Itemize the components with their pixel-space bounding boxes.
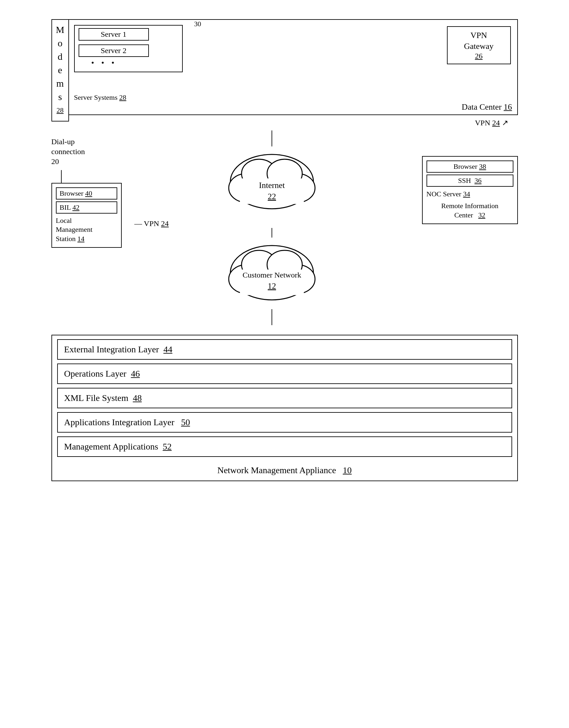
external-integration-layer: External Integration Layer 44 (57, 339, 512, 360)
right-panel: Browser 38 SSH 36 NOC Server 34 Remote I… (422, 156, 518, 224)
xml-filesystem-layer: XML File System 48 (57, 388, 512, 408)
server2-box: Server 2 (79, 44, 149, 57)
nma-section: External Integration Layer 44 Operations… (51, 335, 518, 481)
server1-box: Server 1 (79, 28, 149, 41)
ssh36-box: SSH 36 (426, 175, 513, 187)
customer-network-cloud-svg: Customer Network 12 (221, 238, 323, 308)
top-section: M o d e m s 28 30 Server 1 Server 2 (51, 19, 518, 121)
vpn-gateway-box: VPNGateway 26 (447, 26, 511, 64)
bil42-box: BIL 42 (56, 201, 117, 214)
modems-letters: M o d e m s (56, 23, 65, 104)
svg-text:12: 12 (268, 281, 276, 291)
remote-info-box: Browser 38 SSH 36 NOC Server 34 Remote I… (422, 156, 518, 224)
management-applications-layer: Management Applications 52 (57, 436, 512, 457)
remote-info-label: Remote InformationCenter 32 (426, 201, 513, 220)
noc-server-text: NOC Server 34 (426, 189, 513, 200)
center-column: Internet 22 — VPN 24 Customer (128, 130, 416, 325)
ref30: 30 (194, 20, 201, 28)
modems-ref: 28 (57, 106, 64, 114)
internet-to-customer-line (272, 228, 272, 238)
browser38-box: Browser 38 (426, 160, 513, 173)
dialup-line (61, 170, 62, 183)
applications-integration-layer: Applications Integration Layer 50 (57, 412, 512, 433)
dialup-label: Dial-upconnection20 (51, 137, 122, 167)
dots: • • • (91, 58, 178, 68)
data-center-box: 30 Server 1 Server 2 • • • Server System… (68, 19, 518, 115)
local-mgmt-text: LocalManagementStation 14 (56, 216, 117, 244)
vpn-gateway-ref: 26 (454, 52, 504, 60)
vpn24-top-label: VPN 24 ↗ (51, 118, 518, 127)
svg-text:Internet: Internet (259, 181, 285, 190)
customer-to-nma-line (272, 309, 272, 325)
internet-cloud: Internet 22 (221, 146, 323, 218)
internet-cloud-svg: Internet 22 (221, 146, 323, 217)
left-panel: Dial-upconnection20 Browser 40 BIL 42 Lo… (51, 137, 122, 248)
data-center-label: Data Center 16 (462, 102, 512, 112)
svg-text:Customer Network: Customer Network (243, 271, 301, 279)
diagram-container: M o d e m s 28 30 Server 1 Server 2 (45, 13, 524, 488)
local-mgmt-box: Browser 40 BIL 42 LocalManagementStation… (51, 183, 122, 248)
operations-layer: Operations Layer 46 (57, 364, 512, 384)
modems-box: M o d e m s 28 (51, 19, 69, 121)
nma-footer: Network Management Appliance 10 (52, 461, 517, 481)
browser40-box: Browser 40 (56, 187, 117, 200)
server-systems-box: 30 Server 1 Server 2 • • • (74, 25, 183, 72)
server-systems-label: Server Systems 28 (74, 93, 127, 102)
svg-text:22: 22 (268, 192, 276, 201)
top-to-internet-line (272, 130, 272, 146)
middle-section: Dial-upconnection20 Browser 40 BIL 42 Lo… (51, 130, 518, 325)
vpn-gateway-text: VPNGateway (454, 30, 504, 52)
vpn24-middle-label: — VPN 24 (135, 219, 169, 228)
customer-network-cloud: Customer Network 12 (221, 238, 323, 309)
